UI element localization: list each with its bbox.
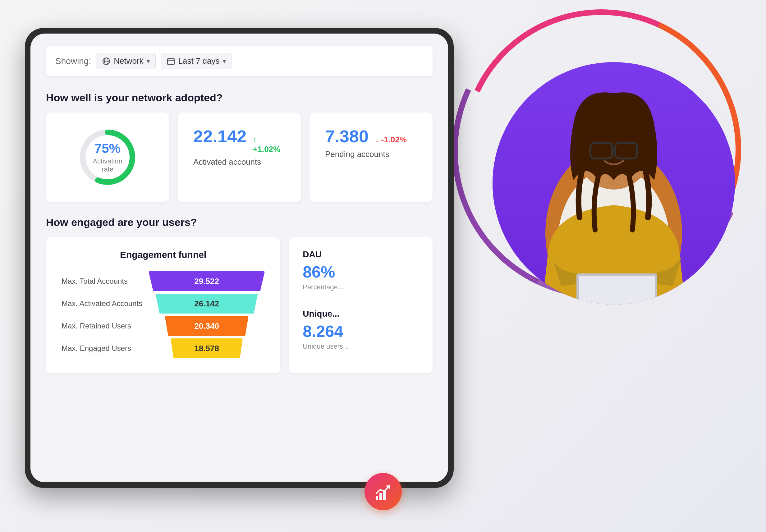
dau-title: DAU [303,250,419,259]
dau-value: 86% [303,263,419,281]
donut-center: 75% Activation rate [92,141,123,173]
pending-accounts-card: 7.380 ↓ -1.02% Pending accounts [310,112,433,202]
funnel-bar-wrap-2: 26.142 [149,294,265,314]
funnel-label-3: Max. Retained Users [62,322,149,330]
date-filter-chip[interactable]: Last 7 days ▾ [161,53,232,69]
filter-bar: Showing: Network ▾ [46,46,433,76]
funnel-row-4: Max. Engaged Users 18.578 [62,338,265,358]
down-arrow-icon: ↓ [375,135,379,144]
person-svg [493,62,735,305]
pending-header: 7.380 ↓ -1.02% [325,126,417,146]
section1-title: How well is your network adopted? [46,92,433,104]
donut-percent: 75% [92,141,123,156]
funnel-bar-4: 18.578 [171,338,243,358]
donut-chart: 75% Activation rate [76,126,139,188]
tablet: Showing: Network ▾ [25,28,454,488]
funnel-bar-2: 26.142 [155,294,258,314]
funnel-title: Engagement funnel [62,250,265,260]
funnel-label-4: Max. Engaged Users [62,344,149,353]
svg-rect-18 [376,496,378,500]
pending-value: 7.380 [325,126,369,146]
globe-icon [102,57,111,66]
funnel-bar-wrap-3: 20.340 [149,316,265,336]
donut-label: Activation rate [92,157,123,173]
funnel-bar-3: 20.340 [165,316,248,336]
activation-rate-card: 75% Activation rate [46,112,169,202]
person-circle [493,62,735,305]
pending-label: Pending accounts [325,149,417,159]
funnel-label-2: Max. Activated Accounts [62,299,149,308]
funnel-card: Engagement funnel Max. Total Accounts 29… [46,237,280,373]
chart-trend-icon [374,482,392,501]
dau-card: DAU 86% Percentage... Unique... 8.264 Un… [289,237,433,373]
unique-value: 8.264 [303,322,419,341]
network-label: Network [114,56,143,66]
funnel-label-1: Max. Total Accounts [62,277,149,286]
unique-sublabel: Unique users... [303,342,419,351]
svg-rect-12 [167,58,174,65]
activated-accounts-card: 22.142 ↑ +1.02% Activated accounts [178,112,301,202]
tablet-screen: Showing: Network ▾ [30,34,448,482]
pending-change: ↓ -1.02% [375,135,407,144]
funnel-bar-wrap-4: 18.578 [149,338,265,358]
dau-divider [303,300,419,300]
dau-sublabel: Percentage... [303,283,419,291]
unique-title: Unique... [303,309,419,319]
section2-title: How engaged are your users? [46,216,433,228]
network-dropdown-arrow: ▾ [147,57,150,65]
person-image [493,62,735,305]
funnel-row-1: Max. Total Accounts 29.522 [62,271,265,291]
activated-header: 22.142 ↑ +1.02% [193,126,285,154]
svg-rect-19 [379,493,382,500]
date-label: Last 7 days [178,56,220,66]
svg-rect-7 [579,276,655,305]
up-arrow-icon: ↑ [253,135,257,144]
activated-change: ↑ +1.02% [253,135,285,154]
funnel-bar-wrap-1: 29.522 [149,271,265,291]
scene: Showing: Network ▾ [0,0,766,532]
showing-label: Showing: [55,56,91,66]
funnel-bar-1: 29.522 [149,271,265,291]
calendar-icon [167,57,175,66]
funnel-row-3: Max. Retained Users 20.340 [62,316,265,336]
funnel-rows: Max. Total Accounts 29.522 Max. Activate… [62,271,265,358]
date-dropdown-arrow: ▾ [223,57,226,65]
activated-value: 22.142 [193,126,246,146]
activated-label: Activated accounts [193,157,285,167]
metrics-row: 75% Activation rate 22.142 ↑ +1.02% [46,112,433,202]
funnel-row-2: Max. Activated Accounts 26.142 [62,294,265,314]
analytics-badge[interactable] [365,473,402,510]
network-filter-chip[interactable]: Network ▾ [96,53,155,69]
bottom-row: Engagement funnel Max. Total Accounts 29… [46,237,433,373]
